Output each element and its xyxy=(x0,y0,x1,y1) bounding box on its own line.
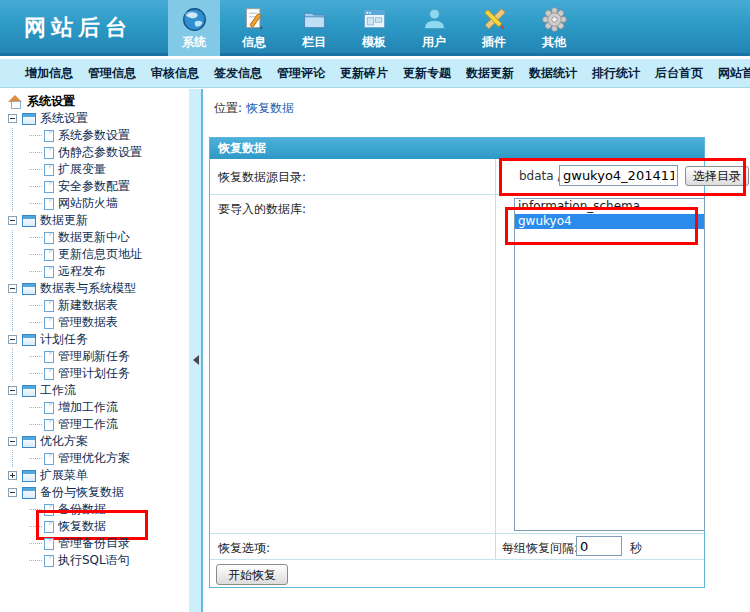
document-icon xyxy=(44,181,54,193)
tree-item[interactable]: 管理数据表 xyxy=(0,314,189,331)
document-icon xyxy=(44,249,54,261)
tree-item[interactable]: 数据更新中心 xyxy=(0,229,189,246)
tree-item[interactable]: 安全参数配置 xyxy=(0,178,189,195)
tree-item[interactable]: 管理刷新任务 xyxy=(0,348,189,365)
tree-item-label: 工作流 xyxy=(40,382,76,399)
document-icon xyxy=(44,538,54,550)
tree-item-label: 系统设置 xyxy=(27,93,75,110)
nav-item[interactable]: 后台首页 xyxy=(655,65,703,82)
tree-item[interactable]: 数据更新 xyxy=(0,212,189,229)
interval-label: 每组恢复间隔: xyxy=(502,540,578,557)
nav-item[interactable]: 更新碎片 xyxy=(340,65,388,82)
breadcrumb-current-link[interactable]: 恢复数据 xyxy=(246,101,294,115)
nav-item[interactable]: 排行统计 xyxy=(592,65,640,82)
tree-item[interactable]: 管理工作流 xyxy=(0,416,189,433)
sidebar-splitter[interactable] xyxy=(189,89,203,612)
header-menu-label: 栏目 xyxy=(302,34,326,51)
tree-item[interactable]: 系统参数设置 xyxy=(0,127,189,144)
tree-item[interactable]: 备份与恢复数据 xyxy=(0,484,189,501)
globe-icon xyxy=(181,6,208,33)
expander-icon[interactable] xyxy=(8,284,17,293)
choose-dir-button[interactable]: 选择目录 xyxy=(685,166,749,186)
app-title: 网站后台 xyxy=(24,13,132,43)
header-menu-columns[interactable]: 栏目 xyxy=(288,0,340,56)
document-icon xyxy=(44,300,54,312)
nav-item[interactable]: 增加信息 xyxy=(25,65,73,82)
header-menu-users[interactable]: 用户 xyxy=(408,0,460,56)
column-divider xyxy=(495,159,496,559)
tree-item[interactable]: 优化方案 xyxy=(0,433,189,450)
start-restore-button[interactable]: 开始恢复 xyxy=(216,564,288,585)
nav-item[interactable]: 管理评论 xyxy=(277,65,325,82)
expander-icon[interactable] xyxy=(8,386,17,395)
tree-item-label: 执行SQL语句 xyxy=(58,552,130,569)
nav-item[interactable]: 数据更新 xyxy=(466,65,514,82)
expander-icon[interactable] xyxy=(8,488,17,497)
header-menu-other[interactable]: 其他 xyxy=(528,0,580,56)
header-menu-system[interactable]: 系统 xyxy=(168,0,220,56)
listbox-option[interactable]: gwukyo4 xyxy=(515,214,704,229)
tree-item[interactable]: 增加工作流 xyxy=(0,399,189,416)
header-menu-info[interactable]: 信息 xyxy=(228,0,280,56)
header-menu-plugins[interactable]: 插件 xyxy=(468,0,520,56)
tree-item-label: 备份与恢复数据 xyxy=(40,484,124,501)
nav-item[interactable]: 管理信息 xyxy=(88,65,136,82)
tree-item[interactable]: 工作流 xyxy=(0,382,189,399)
source-dir-label: 恢复数据源目录: xyxy=(218,169,306,186)
tree-item-label: 数据更新 xyxy=(40,212,88,229)
folder-window-icon xyxy=(22,487,36,499)
interval-input[interactable] xyxy=(576,536,622,556)
expander-icon[interactable] xyxy=(8,437,17,446)
home-icon xyxy=(8,95,23,108)
document-icon xyxy=(44,351,54,363)
source-dir-input[interactable] xyxy=(559,165,678,186)
tree-item[interactable]: 管理优化方案 xyxy=(0,450,189,467)
tree-item[interactable]: 新建数据表 xyxy=(0,297,189,314)
tree-item-label: 更新信息页地址 xyxy=(58,246,142,263)
tree-item[interactable]: 系统设置 xyxy=(0,93,189,110)
panel-title: 恢复数据 xyxy=(210,138,704,159)
tree-item[interactable]: 更新信息页地址 xyxy=(0,246,189,263)
header-menu-templates[interactable]: 模板 xyxy=(348,0,400,56)
expander-icon[interactable] xyxy=(8,216,17,225)
tree-item-label: 恢复数据 xyxy=(58,518,106,535)
template-window-icon xyxy=(361,6,388,33)
tree-item[interactable]: 计划任务 xyxy=(0,331,189,348)
document-icon xyxy=(44,368,54,380)
header-menu-label: 用户 xyxy=(422,34,446,51)
tree-item-label: 管理计划任务 xyxy=(58,365,130,382)
expander-icon[interactable] xyxy=(8,335,17,344)
main-content: 位置:恢复数据 恢复数据 恢复数据源目录: bdata / 选择目录 要导入的数… xyxy=(205,89,750,612)
tree-item-label: 系统设置 xyxy=(40,110,88,127)
tree-item[interactable]: 系统设置 xyxy=(0,110,189,127)
row-divider xyxy=(210,559,704,560)
document-icon xyxy=(44,521,54,533)
listbox-option[interactable]: information_schema xyxy=(515,199,704,214)
tree-item[interactable]: 恢复数据 xyxy=(0,518,189,535)
tree-item[interactable]: 远程发布 xyxy=(0,263,189,280)
tree-item[interactable]: 伪静态参数设置 xyxy=(0,144,189,161)
tree-item[interactable]: 数据表与系统模型 xyxy=(0,280,189,297)
nav-item[interactable]: 网站首页 xyxy=(718,65,750,82)
tree-item[interactable]: 管理计划任务 xyxy=(0,365,189,382)
nav-item[interactable]: 签发信息 xyxy=(214,65,262,82)
folder-icon xyxy=(301,6,328,33)
tree-item[interactable]: 扩展变量 xyxy=(0,161,189,178)
database-listbox[interactable]: information_schemagwukyo4 xyxy=(514,198,705,531)
nav-item[interactable]: 数据统计 xyxy=(529,65,577,82)
expander-icon[interactable] xyxy=(8,114,17,123)
nav-item[interactable]: 审核信息 xyxy=(151,65,199,82)
nav-item[interactable]: 更新专题 xyxy=(403,65,451,82)
collapse-sidebar-icon[interactable] xyxy=(193,355,199,365)
tree-item[interactable]: 扩展菜单 xyxy=(0,467,189,484)
tree-item[interactable]: 网站防火墙 xyxy=(0,195,189,212)
folder-window-icon xyxy=(22,385,36,397)
document-icon xyxy=(44,504,54,516)
document-icon xyxy=(44,164,54,176)
tree-item[interactable]: 执行SQL语句 xyxy=(0,552,189,569)
header-menu: 系统 信息 栏目 xyxy=(168,0,588,56)
tree-item-label: 安全参数配置 xyxy=(58,178,130,195)
tree-item[interactable]: 备份数据 xyxy=(0,501,189,518)
tree-item[interactable]: 管理备份目录 xyxy=(0,535,189,552)
expander-icon[interactable] xyxy=(8,471,17,480)
